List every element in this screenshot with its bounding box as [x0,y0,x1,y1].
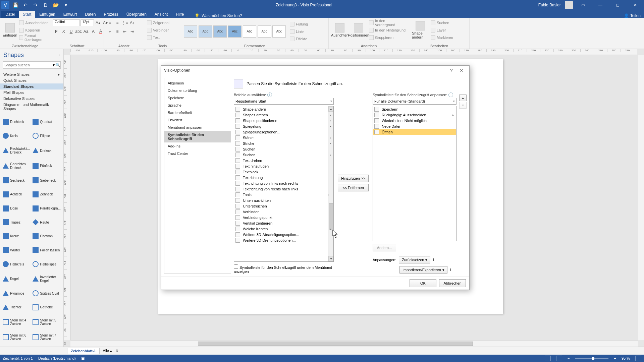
dialog-nav-item[interactable]: Allgemein [164,79,231,87]
command-icon [235,158,240,163]
choose-commands-combo[interactable]: Registerkarte Start [234,98,334,105]
command-icon [235,141,240,146]
qat-list-item[interactable]: Wiederholen: Nicht möglich [373,118,456,123]
move-up-button[interactable]: ▴ [459,95,467,101]
command-list-item[interactable]: Verbinder [234,209,333,215]
command-icon [235,227,240,231]
ok-button[interactable]: OK [410,279,436,287]
dialog-category-nav: AllgemeinDokumentprüfungSpeichernSprache… [164,78,231,274]
dialog-nav-item[interactable]: Trust Center [164,150,231,157]
command-icon [374,113,379,117]
command-list-item[interactable]: Weiche Kanten▸ [234,226,333,232]
command-list-item[interactable]: Spiegelungsoptionen... [234,129,333,135]
dialog-help-icon[interactable]: ? [446,68,457,73]
command-icon [235,153,240,157]
command-icon [374,130,379,134]
dialog-header-text: Passen Sie die Symbolleiste für den Schn… [247,81,343,86]
command-icon [235,175,240,180]
move-down-button[interactable]: ▾ [459,102,467,109]
dialog-nav-item[interactable]: Symbolleiste für den Schnellzugriff [164,131,231,142]
command-list-item[interactable]: Stärke▸ [234,135,333,140]
remove-button[interactable]: << Entfernen [338,184,369,191]
dialog-nav-item[interactable]: Erweitert [164,116,231,124]
command-list-item[interactable]: Unten ausrichten [234,197,333,203]
show-under-ribbon-checkbox[interactable]: Symbolleiste für den Schnellzugriff unte… [234,264,334,274]
import-export-button[interactable]: Importieren/Exportieren▾ [399,266,447,274]
scroll-down-icon[interactable]: ▾ [328,256,333,261]
command-list-item[interactable]: Text drehen [234,158,333,163]
command-icon [235,187,240,191]
command-list-item[interactable]: Suchen▸ [234,152,333,158]
qat-list-item[interactable]: Rückgängig: Ausschneiden▸ [373,112,456,118]
command-icon [235,204,240,208]
command-icon [235,135,240,140]
command-icon [235,147,240,152]
add-button[interactable]: Hinzufügen >> [338,175,369,182]
command-list-item[interactable]: Vertikal zentrieren [234,220,333,226]
anpassungen-label: Anpassungen: [373,258,396,262]
command-list-item[interactable]: Shapes drehen▸ [234,112,333,118]
command-list-item[interactable]: Tools▢ [234,192,333,197]
qat-list-item[interactable]: Speichern [373,106,456,112]
dialog-nav-item[interactable]: Sprache [164,102,231,109]
dialog-nav-item[interactable]: Dokumentprüfung [164,87,231,94]
dialog-title: Visio-Optionen [164,68,191,73]
command-icon [235,198,240,203]
command-icon [235,107,240,112]
info-icon[interactable]: i [450,268,451,272]
customize-qat-label: Symbolleiste für den Schnellzugriff anpa… [373,93,457,97]
command-list-item[interactable]: Textrichtung von links nach rechts [234,180,333,186]
dialog-close-icon[interactable]: ✕ [457,68,467,73]
dialog-titlebar: Visio-Optionen ? ✕ [161,66,469,75]
qat-customize-header-icon [234,79,243,88]
reset-button[interactable]: Zurücksetzen▾ [399,256,430,263]
choose-commands-label: Befehle auswählen:i [234,93,334,97]
command-icon [235,181,240,186]
command-list-item[interactable]: Spiegelung▸ [234,123,333,129]
command-icon [235,164,240,169]
command-list-item[interactable]: Unterstreichen [234,203,333,209]
info-icon[interactable]: i [448,93,453,97]
reorder-spinner: ▴ ▾ [459,95,467,274]
dialog-nav-item[interactable]: Add-Ins [164,142,231,150]
qat-list-item[interactable]: Öffnen [373,129,456,135]
available-commands-list[interactable]: ▴ ▾ Shape ändern▸Shapes drehen▸Shapes po… [234,106,334,262]
command-icon [235,215,240,220]
info-icon[interactable]: i [267,93,272,97]
command-list-item[interactable]: Weitere 3D-Drehungsoptionen... [234,237,333,243]
command-icon [235,192,240,197]
command-icon [235,238,240,243]
qat-list-item[interactable]: Neue Datei [373,123,456,129]
command-icon [235,209,240,214]
command-icon [374,118,379,123]
command-list-item[interactable]: Textrichtung [234,175,333,180]
visio-options-dialog: Visio-Optionen ? ✕ AllgemeinDokumentprüf… [161,65,470,290]
command-icon [235,113,240,117]
command-list-item[interactable]: Verbindungspunkt [234,215,333,220]
info-icon[interactable]: i [433,258,434,262]
command-icon [235,124,240,129]
cancel-button[interactable]: Abbrechen [439,279,466,287]
command-list-item[interactable]: Textblock [234,169,333,175]
qat-commands-list[interactable]: SpeichernRückgängig: Ausschneiden▸Wieder… [373,106,457,241]
command-list-item[interactable]: Weitere 3D-Abschrägungsoption... [234,232,333,237]
command-icon [235,118,240,123]
command-icon [235,221,240,226]
command-list-item[interactable]: Striche▸ [234,140,333,146]
modify-button[interactable]: Ändern... [373,244,396,251]
dialog-nav-item[interactable]: Menüband anpassen [164,124,231,131]
command-list-item[interactable]: Textrichtung von rechts nach links [234,186,333,192]
dialog-nav-item[interactable]: Barrierefreiheit [164,109,231,116]
command-icon [235,232,240,237]
command-list-item[interactable]: Suchen [234,146,333,152]
command-list-item[interactable]: Text hinzufügen [234,163,333,169]
command-icon [235,130,240,134]
command-icon [235,170,240,174]
command-icon [374,124,379,129]
modal-overlay: Visio-Optionen ? ✕ AllgemeinDokumentprüf… [0,0,644,362]
command-list-item[interactable]: Shapes positionieren▸ [234,118,333,123]
command-list-item[interactable]: Shape ändern▸ [234,106,333,112]
customize-qat-combo[interactable]: Für alle Dokumente (Standard) [373,98,457,105]
dialog-nav-item[interactable]: Speichern [164,94,231,102]
command-icon [374,107,379,112]
